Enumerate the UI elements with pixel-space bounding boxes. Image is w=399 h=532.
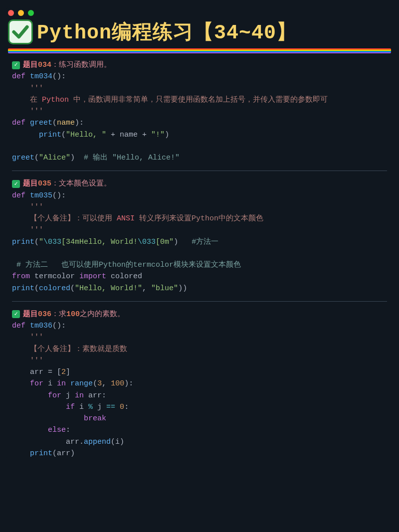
- divider: [12, 301, 387, 302]
- question-034-title: ✓ 题目034：练习函数调用。: [12, 59, 387, 71]
- page-title: Python编程练习【34~40】: [37, 18, 297, 45]
- terminal-window: Python编程练习【34~40】 ✓ 题目034：练习函数调用。 def tm…: [6, 6, 393, 460]
- question-036-title: ✓ 题目036：求100之内的素数。: [12, 309, 387, 320]
- checkmark-badge-icon: [8, 19, 33, 44]
- window-controls: [6, 6, 393, 18]
- question-035-title: ✓ 题目035：文本颜色设置。: [12, 178, 387, 189]
- check-icon: ✓: [12, 310, 20, 318]
- divider: [12, 171, 387, 171]
- close-icon[interactable]: [8, 10, 14, 16]
- page-header: Python编程练习【34~40】: [6, 18, 393, 45]
- code-block: ✓ 题目034：练习函数调用。 def tm034(): ''' 在 Pytho…: [6, 58, 393, 460]
- minimize-icon[interactable]: [18, 10, 24, 16]
- check-icon: ✓: [12, 180, 20, 188]
- check-icon: ✓: [12, 61, 20, 69]
- maximize-icon[interactable]: [28, 10, 34, 16]
- rainbow-divider: [8, 48, 391, 53]
